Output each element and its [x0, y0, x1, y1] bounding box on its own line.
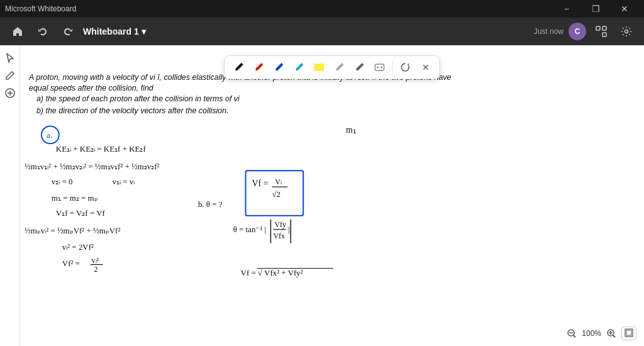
problem-line2: equal speeds after the collision, find — [29, 84, 154, 92]
vf-denominator: 2 — [94, 265, 98, 274]
save-status: Just now — [534, 27, 564, 36]
mp-eq: ½mₚvᵢ² = ½mₚVf² + ½mₚVf² — [25, 226, 120, 235]
refresh-button[interactable] — [397, 59, 414, 76]
whiteboard-name: Whiteboard 1 — [83, 26, 139, 36]
undo-icon — [38, 26, 48, 36]
kinetic-eq: ½m₁v₁ᵢ² + ½m₂v₂ᵢ² = ½m₁v₁f² + ½m₂v₂f² — [25, 162, 159, 171]
ke-equation: KE₁ᵢ + KE₂ᵢ = KE₁f + KE₂f — [56, 144, 147, 153]
pen-gray-icon — [333, 61, 346, 74]
pen-dark-gray-icon — [353, 61, 366, 74]
undo-button[interactable] — [33, 21, 53, 42]
svg-point-9 — [377, 67, 379, 69]
refresh-icon — [400, 62, 411, 73]
home-icon — [13, 26, 23, 36]
svg-rect-19 — [626, 330, 631, 335]
redo-icon — [63, 26, 73, 36]
fit-to-screen-button[interactable] — [621, 326, 636, 340]
svg-rect-1 — [602, 26, 606, 30]
restore-button[interactable]: ❐ — [581, 0, 610, 18]
redo-button[interactable] — [58, 21, 78, 42]
select-icon — [5, 53, 15, 63]
svg-line-17 — [613, 335, 615, 337]
pen-tool-side[interactable] — [3, 68, 18, 83]
toolbar-divider — [392, 61, 393, 74]
zoom-out-button[interactable] — [564, 326, 579, 341]
vf-denominator-box: √2 — [272, 189, 280, 199]
part-a-label: a. — [47, 130, 52, 140]
part-b-label: b. θ = ? — [198, 199, 223, 209]
vfx-label: Vfx — [273, 232, 285, 240]
zoom-in-icon — [606, 328, 616, 338]
vi-sq-eq: vᵢ² = 2Vf² — [62, 242, 94, 252]
vel-eq: V₁f = V₂f = Vf — [56, 208, 106, 218]
whiteboard-title[interactable]: Whiteboard 1 ▾ — [83, 26, 146, 36]
app-title: Microsoft Whiteboard — [5, 4, 76, 13]
v2i-zero: v₂ᵢ = 0 — [52, 177, 73, 186]
settings-icon — [621, 26, 632, 37]
pen-blue[interactable] — [270, 59, 288, 76]
share-icon — [596, 26, 607, 37]
problem-line3: a) the speed of each proton after the co… — [36, 94, 240, 103]
theta-formula: θ = tan⁻¹ | — [233, 225, 266, 234]
vf-sq-eq: Vf² = — [62, 259, 80, 268]
svg-rect-2 — [602, 33, 606, 36]
share-button[interactable] — [591, 21, 611, 42]
avatar: C — [569, 23, 586, 40]
toolbar-right: Just now C — [534, 21, 636, 42]
pen-icon-side — [5, 70, 15, 81]
problem-line4: b) the direction of the velocity vectors… — [36, 106, 229, 115]
vf-magnitude: Vf = √ Vfx² + Vfy² — [241, 268, 303, 277]
canvas-area[interactable]: ✕ A proton, moving with a velocity of vi… — [20, 45, 644, 346]
app-toolbar: Whiteboard 1 ▾ Just now C — [0, 18, 644, 45]
pen-yellow-icon — [313, 61, 326, 74]
svg-rect-8 — [375, 64, 384, 70]
close-button[interactable]: ✕ — [610, 0, 639, 18]
home-button[interactable] — [8, 21, 28, 42]
pen-red-icon — [253, 61, 265, 74]
m1-label: m₁ — [346, 125, 357, 135]
equations-canvas: A proton, moving with a velocity of vi î… — [20, 45, 644, 346]
pen-blue-icon — [273, 61, 286, 74]
add-tool[interactable] — [3, 86, 18, 101]
bottom-bar: 100% — [564, 326, 636, 341]
left-sidebar — [0, 45, 20, 346]
pen-yellow[interactable] — [311, 59, 328, 76]
zoom-in-button[interactable] — [604, 326, 619, 341]
settings-button[interactable] — [616, 21, 636, 42]
chevron-down-icon: ▾ — [142, 26, 146, 36]
vfy-label: Vfy — [274, 220, 286, 229]
vf-numerator: vᵢ² — [92, 256, 99, 265]
floating-toolbar: ✕ — [225, 55, 440, 79]
svg-line-13 — [574, 335, 575, 337]
main-area: ✕ A proton, moving with a velocity of vi… — [0, 45, 644, 346]
fit-icon — [625, 328, 633, 337]
v1i-equals: v₁ᵢ = vᵢ — [112, 177, 135, 186]
pen-red[interactable] — [250, 59, 268, 76]
title-bar: Microsoft Whiteboard − ❐ ✕ — [0, 0, 644, 18]
close-icon: ✕ — [422, 62, 430, 72]
pen-cyan-icon — [293, 61, 306, 74]
zoom-level: 100% — [582, 329, 601, 338]
close-toolbar-button[interactable]: ✕ — [417, 59, 435, 76]
pen-dark-gray[interactable] — [351, 59, 369, 76]
pen-container[interactable] — [371, 59, 389, 76]
container-icon — [374, 61, 386, 74]
vf-box-label: Vf = — [252, 179, 269, 188]
pen-light-gray[interactable] — [331, 59, 348, 76]
title-bar-left: Microsoft Whiteboard — [5, 4, 76, 13]
add-icon — [5, 88, 15, 98]
select-tool[interactable] — [3, 50, 18, 65]
svg-rect-0 — [596, 26, 600, 30]
pen-cyan[interactable] — [291, 59, 308, 76]
minimize-button[interactable]: − — [552, 0, 581, 18]
title-bar-controls: − ❐ ✕ — [552, 0, 639, 18]
pen-black-icon — [233, 61, 245, 74]
zoom-out-icon — [567, 328, 577, 338]
theta-close-bar: | — [288, 225, 290, 234]
svg-point-10 — [380, 67, 382, 69]
pen-black[interactable] — [230, 59, 248, 76]
mass-eq: m₁ = m₂ = mₚ — [52, 193, 98, 203]
svg-point-3 — [625, 30, 628, 33]
vf-numerator-box: Vᵢ — [275, 177, 282, 186]
